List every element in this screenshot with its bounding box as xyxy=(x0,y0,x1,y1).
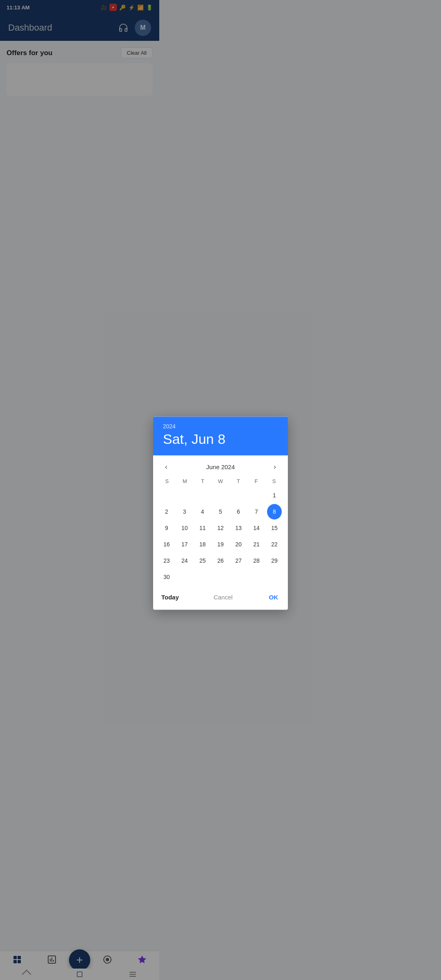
dialog-overlay[interactable] xyxy=(0,0,159,345)
